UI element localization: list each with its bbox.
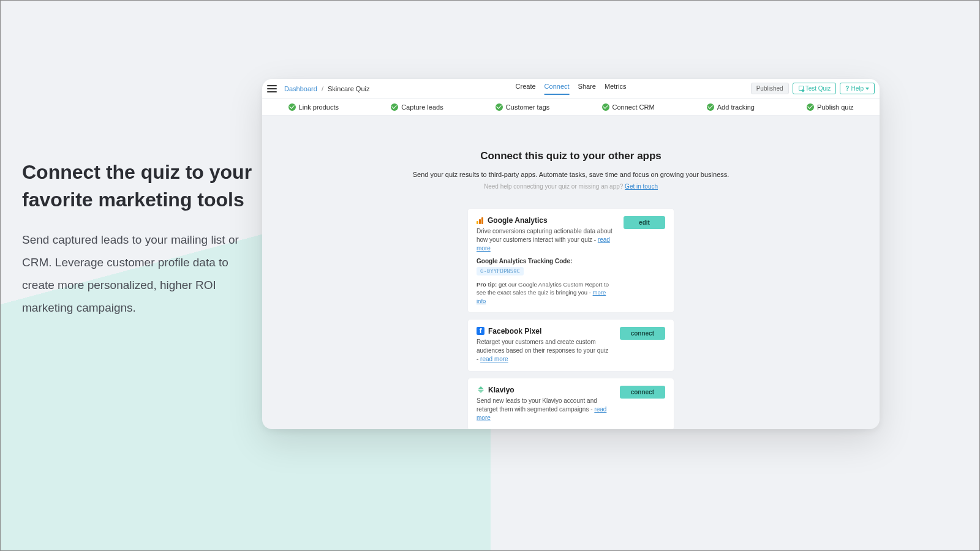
topbar: Dashboard / Skincare Quiz Create Connect…: [262, 79, 880, 99]
hero-title: Connect the quiz to your favorite market…: [22, 159, 255, 214]
check-icon: [707, 103, 714, 111]
help-label: Help: [851, 85, 864, 92]
connect-button[interactable]: connect: [620, 386, 665, 399]
menu-icon[interactable]: [267, 85, 277, 92]
check-icon: [602, 103, 609, 111]
tab-connect[interactable]: Connect: [545, 83, 570, 95]
page-subheading: Send your quiz results to third-party ap…: [287, 171, 855, 178]
breadcrumb-root-link[interactable]: Dashboard: [284, 85, 317, 92]
check-icon: [288, 103, 296, 111]
tracking-code-value: G-0YYFDPNS9C: [477, 267, 524, 276]
card-description: Send new leads to your Klaviyo account a…: [477, 397, 611, 422]
tracking-code-label: Google Analytics Tracking Code:: [477, 258, 615, 264]
check-icon: [807, 103, 814, 111]
integration-cards: Google Analytics Drive conversions captu…: [467, 208, 674, 429]
breadcrumb-current: Skincare Quiz: [328, 85, 369, 92]
app-window: Dashboard / Skincare Quiz Create Connect…: [262, 79, 880, 429]
edit-icon: [798, 86, 804, 91]
step-customer-tags[interactable]: Customer tags: [496, 103, 550, 111]
step-label: Link products: [299, 103, 339, 111]
read-more-link[interactable]: read more: [480, 356, 508, 362]
step-link-products[interactable]: Link products: [288, 103, 339, 111]
breadcrumb-separator: /: [322, 85, 323, 92]
card-google-analytics: Google Analytics Drive conversions captu…: [467, 208, 674, 313]
test-quiz-label: Test Quiz: [805, 85, 831, 92]
card-facebook-pixel: f Facebook Pixel Retarget your customers…: [467, 319, 674, 372]
card-klaviyo: Klaviyo Send new leads to your Klaviyo a…: [467, 378, 674, 429]
step-label: Publish quiz: [817, 103, 853, 111]
help-prefix: Need help connecting your quiz or missin…: [484, 183, 625, 190]
tab-create[interactable]: Create: [516, 83, 536, 95]
card-title-label: Google Analytics: [488, 216, 548, 225]
pro-tip-label: Pro tip:: [477, 281, 497, 288]
test-quiz-button[interactable]: Test Quiz: [793, 83, 837, 94]
klaviyo-icon: [477, 386, 484, 394]
pro-tip: Pro tip: get our Google Analytics Custom…: [477, 280, 615, 305]
page-heading: Connect this quiz to your other apps: [287, 150, 855, 162]
card-desc-text: Send new leads to your Klaviyo account a…: [477, 397, 597, 413]
help-text: Need help connecting your quiz or missin…: [287, 183, 855, 190]
main-tabs: Create Connect Share Metrics: [516, 83, 627, 95]
step-label: Customer tags: [506, 103, 550, 111]
check-icon: [496, 103, 503, 111]
google-analytics-icon: [477, 217, 484, 224]
topbar-actions: Published Test Quiz ? Help: [751, 83, 875, 94]
hero-body: Send captured leads to your mailing list…: [22, 228, 255, 319]
tab-share[interactable]: Share: [578, 83, 596, 95]
step-label: Add tracking: [717, 103, 755, 111]
step-publish-quiz[interactable]: Publish quiz: [807, 103, 853, 111]
edit-button[interactable]: edit: [624, 216, 665, 229]
card-title-label: Klaviyo: [488, 386, 514, 394]
help-button[interactable]: ? Help: [840, 83, 875, 94]
check-icon: [391, 103, 398, 111]
progress-steps: Link products Capture leads Customer tag…: [262, 99, 880, 116]
chevron-down-icon: [865, 88, 869, 90]
hero-copy: Connect the quiz to your favorite market…: [22, 159, 255, 319]
card-description: Drive conversions capturing actionable d…: [477, 227, 615, 253]
step-add-tracking[interactable]: Add tracking: [707, 103, 755, 111]
card-desc-text: Drive conversions capturing actionable d…: [477, 228, 612, 243]
card-description: Retarget your customers and create custo…: [477, 338, 611, 364]
step-connect-crm[interactable]: Connect CRM: [602, 103, 655, 111]
tab-metrics[interactable]: Metrics: [605, 83, 626, 95]
facebook-icon: f: [477, 327, 484, 335]
help-icon: ?: [845, 85, 849, 92]
step-capture-leads[interactable]: Capture leads: [391, 103, 443, 111]
pro-tip-body: get our Google Analytics Custom Report t…: [477, 281, 609, 296]
step-label: Capture leads: [401, 103, 443, 111]
breadcrumb: Dashboard / Skincare Quiz: [284, 85, 370, 92]
get-in-touch-link[interactable]: Get in touch: [625, 183, 658, 190]
status-badge: Published: [751, 83, 789, 94]
card-title-label: Facebook Pixel: [488, 327, 541, 335]
connect-button[interactable]: connect: [620, 327, 665, 340]
page-content: Connect this quiz to your other apps Sen…: [262, 116, 880, 429]
step-label: Connect CRM: [612, 103, 655, 111]
